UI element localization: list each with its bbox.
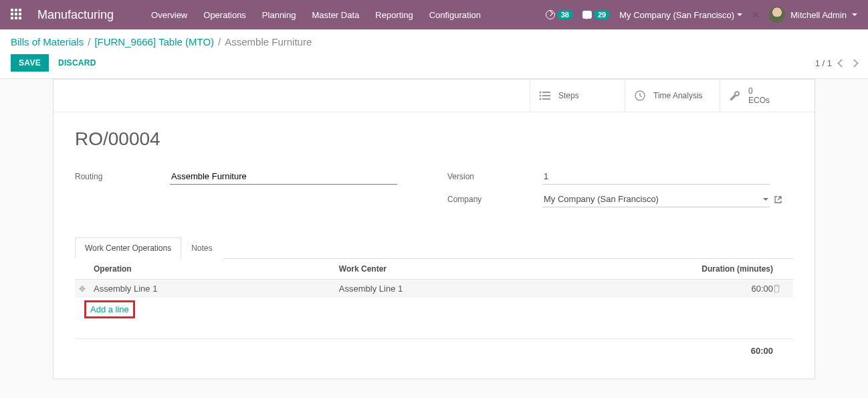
clock-icon <box>546 10 555 19</box>
operations-grid: Operation Work Center Duration (minutes)… <box>75 259 793 368</box>
routing-input[interactable] <box>170 169 397 185</box>
nav-overview[interactable]: Overview <box>143 2 195 28</box>
control-panel: Bills of Materials / [FURN_9666] Table (… <box>0 29 868 79</box>
company-value: My Company (San Francisco) <box>544 194 659 204</box>
topbar-right: 38 29 My Company (San Francisco) ✕ Mitch… <box>546 7 857 23</box>
table-row[interactable]: ✥ Assembly Line 1 Assembly Line 1 60:00 <box>75 280 793 298</box>
discuss-button[interactable]: 29 <box>582 10 610 19</box>
stat-buttons: Steps Time Analysis 0 ECOs <box>53 80 815 112</box>
pager-text: 1 / 1 <box>815 58 832 68</box>
tab-notes[interactable]: Notes <box>181 237 222 259</box>
activities-badge: 38 <box>557 10 573 19</box>
col-work-center-header: Work Center <box>339 264 666 274</box>
svg-point-0 <box>540 92 542 94</box>
stat-ecos-value: 0 <box>748 86 770 96</box>
delete-row-icon[interactable] <box>773 284 789 293</box>
breadcrumb: Bills of Materials / [FURN_9666] Table (… <box>11 36 857 47</box>
apps-icon[interactable] <box>11 9 23 21</box>
svg-point-4 <box>540 98 542 100</box>
row-duration[interactable]: 60:00 <box>666 284 773 294</box>
stat-time-analysis-label: Time Analysis <box>653 91 703 100</box>
svg-point-2 <box>540 95 542 97</box>
tab-work-center-operations[interactable]: Work Center Operations <box>75 237 181 259</box>
svg-rect-1 <box>542 92 550 93</box>
add-line-button[interactable]: Add a line <box>84 300 135 318</box>
stat-steps-label: Steps <box>558 91 579 100</box>
company-select[interactable]: My Company (San Francisco) <box>542 191 770 207</box>
chevron-down-icon <box>763 198 768 201</box>
drag-handle-icon[interactable]: ✥ <box>79 284 94 294</box>
version-value: 1 <box>544 171 548 181</box>
discard-button[interactable]: DISCARD <box>58 58 96 68</box>
row-operation[interactable]: Assembly Line 1 <box>94 284 339 294</box>
topbar: Manufacturing Overview Operations Planni… <box>0 0 868 29</box>
svg-rect-3 <box>542 95 550 96</box>
stat-steps-button[interactable]: Steps <box>530 80 625 112</box>
col-duration-header: Duration (minutes) <box>666 264 773 274</box>
company-label: Company <box>447 195 542 204</box>
activities-button[interactable]: 38 <box>546 10 573 19</box>
save-button[interactable]: SAVE <box>11 54 49 72</box>
company-switcher[interactable]: My Company (San Francisco) <box>619 10 742 20</box>
chat-icon <box>582 11 592 19</box>
svg-rect-5 <box>542 98 550 100</box>
form-sheet: Steps Time Analysis 0 ECOs RO/00004 <box>53 79 815 379</box>
chevron-down-icon <box>737 13 742 16</box>
external-link-icon[interactable] <box>774 195 782 204</box>
discuss-badge: 29 <box>594 10 610 19</box>
stat-time-analysis-button[interactable]: Time Analysis <box>625 80 720 112</box>
app-title: Manufacturing <box>37 8 114 22</box>
developer-tools-icon[interactable]: ✕ <box>752 9 760 20</box>
nav-configuration[interactable]: Configuration <box>421 2 489 28</box>
routing-label: Routing <box>75 172 170 181</box>
wrench-icon <box>728 89 742 102</box>
breadcrumb-parent[interactable]: [FURN_9666] Table (MTO) <box>94 36 214 47</box>
nav-operations[interactable]: Operations <box>195 2 254 28</box>
pager: 1 / 1 <box>815 58 857 68</box>
notebook-tabs: Work Center Operations Notes <box>75 237 793 259</box>
col-operation-header: Operation <box>94 264 339 274</box>
list-icon <box>538 89 552 102</box>
stat-ecos-label: ECOs <box>748 96 770 105</box>
nav-reporting[interactable]: Reporting <box>367 2 421 28</box>
grid-total-duration: 60:00 <box>666 346 773 356</box>
record-title: RO/00004 <box>75 128 793 150</box>
chevron-down-icon <box>852 13 857 16</box>
clock-outline-icon <box>633 89 647 102</box>
user-menu[interactable]: Mitchell Admin <box>769 7 857 23</box>
main-nav: Overview Operations Planning Master Data… <box>143 2 489 28</box>
action-row: SAVE DISCARD 1 / 1 <box>11 54 857 72</box>
company-name: My Company (San Francisco) <box>619 10 734 20</box>
pager-next-button[interactable] <box>850 59 859 68</box>
avatar <box>769 7 785 23</box>
breadcrumb-root[interactable]: Bills of Materials <box>11 36 84 47</box>
nav-planning[interactable]: Planning <box>254 2 304 28</box>
version-label: Version <box>447 172 542 181</box>
nav-master-data[interactable]: Master Data <box>304 2 367 28</box>
user-name: Mitchell Admin <box>790 10 847 20</box>
pager-prev-button[interactable] <box>837 59 846 68</box>
row-work-center[interactable]: Assembly Line 1 <box>339 284 666 294</box>
stat-ecos-button[interactable]: 0 ECOs <box>720 80 815 112</box>
breadcrumb-current: Assemble Furniture <box>225 36 312 47</box>
